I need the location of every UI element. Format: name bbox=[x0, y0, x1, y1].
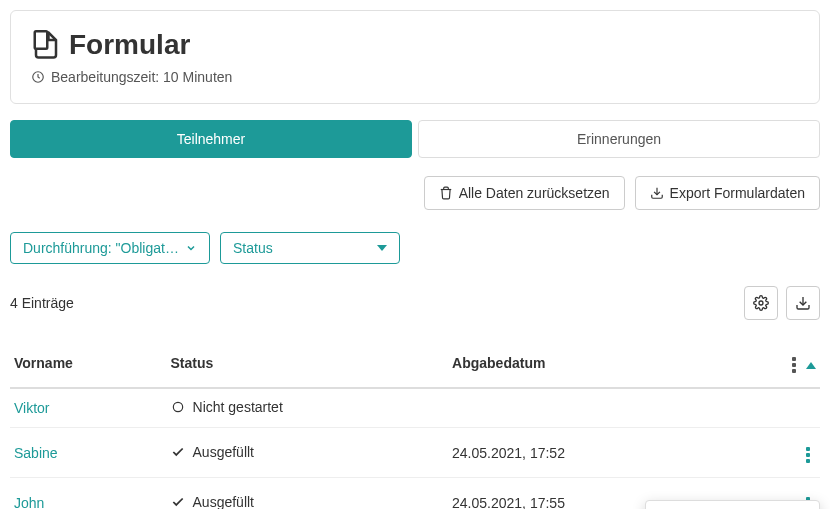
kebab-icon bbox=[786, 353, 802, 377]
participant-link[interactable]: John bbox=[14, 495, 44, 510]
editing-time-row: Bearbeitungszeit: 10 Minuten bbox=[31, 69, 799, 85]
download-icon bbox=[795, 295, 811, 311]
status-cell: Ausgefüllt bbox=[171, 494, 254, 510]
filters: Durchführung: "Obligatorisc... Status bbox=[10, 232, 820, 264]
status-cell: Nicht gestartet bbox=[171, 399, 283, 415]
caret-down-icon bbox=[377, 243, 387, 253]
svg-point-2 bbox=[759, 301, 763, 305]
toolbar: Alle Daten zurücksetzen Export Formulard… bbox=[10, 176, 820, 210]
reset-all-button[interactable]: Alle Daten zurücksetzen bbox=[424, 176, 625, 210]
editing-time-text: Bearbeitungszeit: 10 Minuten bbox=[51, 69, 232, 85]
filter-status[interactable]: Status bbox=[220, 232, 400, 264]
status-text: Ausgefüllt bbox=[193, 494, 254, 510]
circle-empty-icon bbox=[171, 400, 185, 414]
export-button[interactable]: Export Formulardaten bbox=[635, 176, 820, 210]
status-text: Nicht gestartet bbox=[193, 399, 283, 415]
row-actions-button[interactable] bbox=[800, 443, 816, 467]
filter-execution-label: Durchführung: "Obligatorisc... bbox=[23, 240, 181, 256]
check-icon bbox=[171, 495, 185, 509]
participant-link[interactable]: Viktor bbox=[14, 400, 50, 416]
gear-icon bbox=[753, 295, 769, 311]
page-title: Formular bbox=[31, 29, 799, 61]
sort-asc-icon bbox=[806, 362, 816, 369]
participant-link[interactable]: Sabine bbox=[14, 445, 58, 461]
status-text: Ausgefüllt bbox=[193, 444, 254, 460]
date-cell: 24.05.2021, 17:52 bbox=[448, 428, 731, 478]
participants-table: Vorname Status Abgabedatum Viktor Nicht … bbox=[10, 338, 820, 509]
svg-rect-0 bbox=[35, 31, 48, 49]
col-status[interactable]: Status bbox=[167, 338, 449, 388]
trash-icon bbox=[439, 186, 453, 200]
reset-all-label: Alle Daten zurücksetzen bbox=[459, 185, 610, 201]
tab-participants[interactable]: Teilnehmer bbox=[10, 120, 412, 158]
filter-execution[interactable]: Durchführung: "Obligatorisc... bbox=[10, 232, 210, 264]
col-firstname[interactable]: Vorname bbox=[10, 338, 167, 388]
table-row: Viktor Nicht gestartet bbox=[10, 388, 820, 428]
chevron-down-icon bbox=[185, 242, 197, 254]
tabs: Teilnehmer Erinnerungen bbox=[10, 120, 820, 158]
tab-reminders[interactable]: Erinnerungen bbox=[418, 120, 820, 158]
row-context-menu: Wieder öffnen Daten zurücksetzen bbox=[645, 500, 820, 509]
header-card: Formular Bearbeitungszeit: 10 Minuten bbox=[10, 10, 820, 104]
col-actions[interactable] bbox=[731, 338, 820, 388]
download-button[interactable] bbox=[786, 286, 820, 320]
entry-count: 4 Einträge bbox=[10, 295, 74, 311]
table-tools bbox=[744, 286, 820, 320]
page-title-text: Formular bbox=[69, 29, 190, 61]
count-row: 4 Einträge bbox=[10, 286, 820, 320]
download-icon bbox=[650, 186, 664, 200]
export-label: Export Formulardaten bbox=[670, 185, 805, 201]
clock-icon bbox=[31, 70, 45, 84]
status-cell: Ausgefüllt bbox=[171, 444, 254, 460]
date-cell bbox=[448, 388, 731, 428]
check-icon bbox=[171, 445, 185, 459]
svg-point-3 bbox=[173, 402, 182, 411]
table-row: Sabine Ausgefüllt 24.05.2021, 17:52 bbox=[10, 428, 820, 478]
menu-reopen[interactable]: Wieder öffnen bbox=[646, 501, 819, 509]
form-icon bbox=[31, 30, 61, 60]
filter-status-label: Status bbox=[233, 240, 273, 256]
settings-button[interactable] bbox=[744, 286, 778, 320]
col-date[interactable]: Abgabedatum bbox=[448, 338, 731, 388]
table-row: John Ausgefüllt 24.05.2021, 17:55 Wieder… bbox=[10, 478, 820, 510]
